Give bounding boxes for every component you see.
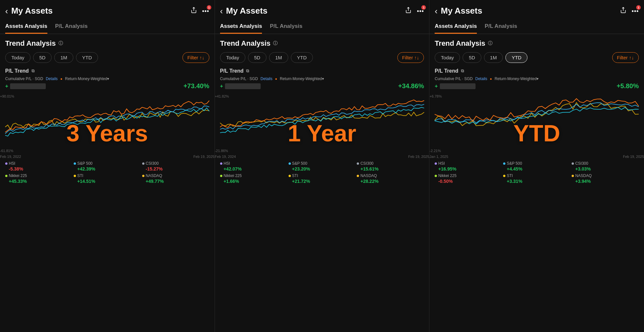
details-link[interactable]: Details — [46, 77, 58, 81]
legend-label: S&P 500 — [77, 161, 93, 166]
chart-y-top: +6.78% — [429, 94, 442, 98]
legend-label: S&P 500 — [507, 161, 522, 166]
time-btn-5d[interactable]: 5D — [33, 52, 52, 63]
legend-name: STI — [503, 173, 570, 178]
pl-value-row: + +34.86% — [220, 82, 424, 90]
legend-label: HSI — [224, 161, 230, 166]
pl-plus: + — [5, 83, 46, 89]
chart-area: +41.82%-21.86%Feb 19, 2024Feb 19, 2025 — [215, 94, 429, 159]
legend-value: +28.22% — [357, 179, 424, 184]
header-icons: •••1 — [620, 7, 639, 15]
chart-date-right: Feb 19, 2025 — [193, 155, 215, 159]
legend: HSI +16.95% S&P 500 +4.45% CSI300 +3.03%… — [429, 159, 644, 184]
trend-analysis-section: Trend AnalysisⓘToday5D1MYTDFilter ↑↓P/L … — [215, 34, 429, 94]
legend-value: +3.03% — [572, 166, 639, 172]
legend-label: HSI — [9, 161, 15, 166]
tab-1[interactable]: P/L Analysis — [270, 20, 302, 34]
time-btn-today[interactable]: Today — [435, 52, 460, 63]
tab-1[interactable]: P/L Analysis — [485, 20, 517, 34]
tab-0[interactable]: Assets Analysis — [220, 20, 262, 34]
more-button[interactable]: •••1 — [632, 7, 639, 15]
chart-svg — [220, 94, 424, 146]
legend-value: -15.27% — [142, 166, 209, 172]
share-button[interactable] — [191, 7, 197, 15]
copy-icon[interactable]: ⧉ — [246, 68, 249, 74]
cumulative-label: Cumulative P/L · SGD — [435, 77, 473, 81]
share-button[interactable] — [620, 7, 626, 15]
back-button[interactable]: ‹ — [435, 7, 438, 15]
info-icon[interactable]: ⓘ — [58, 41, 63, 46]
legend-value: -5.38% — [5, 166, 72, 172]
chart-y-top: +90.01% — [0, 94, 14, 98]
chart-y-top: +41.82% — [215, 94, 229, 98]
panel-panel-3y: ‹My Assets•••1Assets AnalysisP/L Analysi… — [0, 0, 215, 332]
time-btn-today[interactable]: Today — [220, 52, 245, 63]
legend-value: +16.95% — [435, 166, 502, 172]
section-title: Trend Analysisⓘ — [220, 39, 424, 48]
legend-value: +45.33% — [5, 179, 72, 184]
page-title: My Assets — [226, 6, 402, 16]
time-btn-ytd[interactable]: YTD — [76, 52, 98, 63]
legend-value: +42.39% — [74, 166, 141, 172]
more-button[interactable]: •••1 — [417, 7, 424, 15]
tab-1[interactable]: P/L Analysis — [55, 20, 88, 34]
legend-name: CSI300 — [572, 161, 639, 166]
time-btn-ytd[interactable]: YTD — [505, 52, 527, 63]
legend-name: Nikkei 225 — [435, 173, 502, 178]
back-button[interactable]: ‹ — [5, 7, 8, 15]
legend-name: NASDAQ — [572, 173, 639, 178]
legend-dot — [220, 162, 222, 165]
copy-icon[interactable]: ⧉ — [461, 68, 464, 74]
pl-return-value: +73.40% — [183, 82, 209, 90]
section-title: Trend Analysisⓘ — [435, 39, 639, 48]
time-btn-1m[interactable]: 1M — [484, 52, 503, 63]
return-dot: ● — [275, 77, 277, 81]
filter-button[interactable]: Filter ↑↓ — [182, 52, 209, 63]
tab-bar: Assets AnalysisP/L Analysis — [0, 19, 215, 34]
chart-y-bottom: -2.21% — [429, 149, 441, 153]
info-icon[interactable]: ⓘ — [488, 41, 492, 46]
time-btn-1m[interactable]: 1M — [54, 52, 73, 63]
back-button[interactable]: ‹ — [220, 7, 223, 15]
legend-value: +49.77% — [142, 179, 209, 184]
legend-label: STI — [507, 173, 513, 178]
filter-button[interactable]: Filter ↑↓ — [397, 52, 424, 63]
pl-plus: + — [220, 83, 261, 89]
time-btn-today[interactable]: Today — [5, 52, 31, 63]
copy-icon[interactable]: ⧉ — [31, 68, 34, 74]
legend-name: CSI300 — [357, 161, 424, 166]
info-icon[interactable]: ⓘ — [273, 41, 278, 46]
time-filters: Today5D1MYTDFilter ↑↓ — [5, 52, 209, 63]
legend-value: +23.20% — [289, 166, 356, 172]
header: ‹My Assets•••1 — [215, 0, 429, 19]
legend-name: S&P 500 — [289, 161, 356, 166]
legend-value: +3.94% — [572, 179, 639, 184]
tab-0[interactable]: Assets Analysis — [5, 20, 47, 34]
legend-item-nasdaq: NASDAQ +28.22% — [357, 173, 424, 184]
legend-item-csi300: CSI300 -15.27% — [142, 161, 209, 172]
chart-meta: Cumulative P/L · SGD Details ● Return·Mo… — [220, 77, 424, 81]
legend-dot — [357, 162, 359, 165]
legend-name: STI — [74, 173, 141, 178]
share-button[interactable] — [405, 7, 412, 15]
pl-trend-text: P/L Trend — [220, 68, 244, 74]
panel-panel-ytd: ‹My Assets•••1Assets AnalysisP/L Analysi… — [429, 0, 644, 332]
pl-return-value: +5.80% — [617, 82, 639, 90]
details-link[interactable]: Details — [261, 77, 273, 81]
time-btn-ytd[interactable]: YTD — [291, 52, 313, 63]
return-label: Return·Money-Weighted▾ — [65, 77, 109, 81]
trend-analysis-label: Trend Analysis — [5, 39, 56, 48]
trend-analysis-section: Trend AnalysisⓘToday5D1MYTDFilter ↑↓P/L … — [429, 34, 644, 94]
legend-dot — [74, 175, 76, 177]
more-button[interactable]: •••1 — [202, 7, 209, 15]
return-label: Return·Money-Weighted▾ — [495, 77, 539, 81]
time-btn-5d[interactable]: 5D — [463, 52, 481, 63]
time-btn-1m[interactable]: 1M — [269, 52, 288, 63]
legend-item-csi300: CSI300 +3.03% — [572, 161, 639, 172]
tab-0[interactable]: Assets Analysis — [435, 20, 477, 34]
details-link[interactable]: Details — [475, 77, 487, 81]
time-btn-5d[interactable]: 5D — [248, 52, 266, 63]
legend-name: STI — [289, 173, 356, 178]
legend-item-hsi: HSI -5.38% — [5, 161, 72, 172]
filter-button[interactable]: Filter ↑↓ — [612, 52, 639, 63]
